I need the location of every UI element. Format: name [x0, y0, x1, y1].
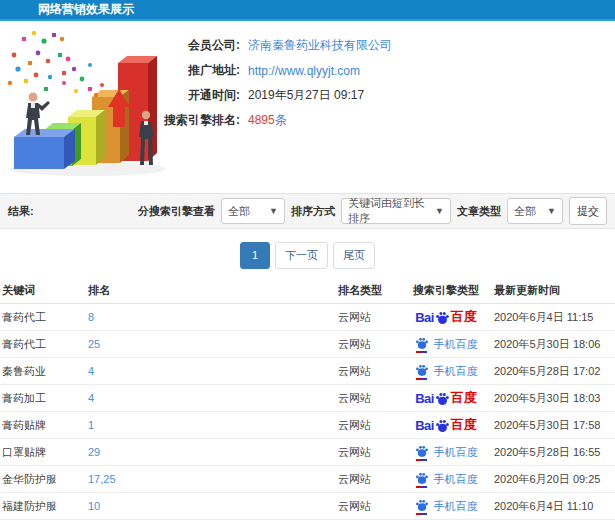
rank-type-cell: 云网站: [338, 337, 398, 352]
article-type-select[interactable]: 全部 ▼: [507, 198, 563, 224]
mobile-baidu-icon: 手机百度: [415, 336, 478, 353]
rank-type-cell: 云网站: [338, 391, 398, 406]
col-keyword: 关键词: [2, 283, 88, 298]
engine-cell: Bai 百度 手机百度: [398, 336, 494, 353]
engine-rank-row: 搜索引擎排名: 4895条: [148, 108, 392, 133]
col-rank: 排名: [88, 283, 338, 298]
updated-cell: 2020年6月20日 09:25: [494, 472, 615, 487]
updated-cell: 2020年5月30日 18:06: [494, 337, 615, 352]
updated-cell: 2020年5月28日 17:02: [494, 364, 615, 379]
open-time-row: 开通时间: 2019年5月27日 09:17: [148, 83, 392, 108]
table-row: 膏药代工 8 云网站 Bai 百度 手机百度 2020年6月4日 11:15: [0, 304, 615, 331]
promo-url-row: 推广地址: http://www.qlyyjt.com: [148, 58, 392, 83]
article-type-label: 文章类型: [457, 204, 501, 219]
updated-cell: 2020年6月4日 11:15: [494, 310, 615, 325]
engine-rank-count: 4895: [248, 113, 275, 127]
table-header-row: 关键词 排名 排名类型 搜索引擎类型 最新更新时间: [0, 277, 615, 304]
engine-rank-unit: 条: [275, 113, 287, 127]
rank-link[interactable]: 4: [88, 392, 338, 404]
rank-type-cell: 云网站: [338, 499, 398, 514]
baidu-logo-icon: Bai 百度: [415, 308, 477, 326]
engine-cell: Bai 百度 手机百度: [398, 389, 494, 407]
page-title-bar: 网络营销效果展示: [0, 0, 615, 21]
col-rank-type: 排名类型: [338, 283, 398, 298]
engine-cell: Bai 百度 手机百度: [398, 471, 494, 488]
page-title: 网络营销效果展示: [38, 2, 134, 16]
rank-type-cell: 云网站: [338, 310, 398, 325]
rank-link[interactable]: 17,25: [88, 473, 338, 485]
mobile-baidu-icon: 手机百度: [415, 363, 478, 380]
engine-view-select[interactable]: 全部 ▼: [221, 198, 285, 224]
rank-link[interactable]: 10: [88, 500, 338, 512]
pagination: 1 下一页 尾页: [0, 241, 615, 269]
keyword-rank-table: 关键词 排名 排名类型 搜索引擎类型 最新更新时间 膏药代工 8 云网站 Bai…: [0, 277, 615, 520]
col-updated: 最新更新时间: [494, 283, 615, 298]
chevron-down-icon: ▼: [435, 206, 444, 216]
chevron-down-icon: ▼: [269, 206, 278, 216]
summary-section: 会员公司: 济南秦鲁药业科技有限公司 推广地址: http://www.qlyy…: [0, 21, 615, 185]
engine-cell: Bai 百度 手机百度: [398, 363, 494, 380]
keyword-cell: 膏药代工: [2, 337, 88, 352]
engine-cell: Bai 百度 手机百度: [398, 416, 494, 434]
keyword-cell: 膏药贴牌: [2, 418, 88, 433]
table-row: 福建防护服 10 云网站 Bai 百度 手机百度 2020年6月4日 11:10: [0, 493, 615, 520]
keyword-cell: 秦鲁药业: [2, 364, 88, 379]
mobile-baidu-icon: 手机百度: [415, 498, 478, 515]
updated-cell: 2020年5月28日 16:55: [494, 445, 615, 460]
rank-type-cell: 云网站: [338, 445, 398, 460]
keyword-cell: 膏药代工: [2, 310, 88, 325]
confetti-dots: [8, 31, 104, 97]
rank-link[interactable]: 1: [88, 419, 338, 431]
sort-selected: 关键词由短到长排序: [348, 196, 429, 226]
keyword-cell: 金华防护服: [2, 472, 88, 487]
engine-cell: Bai 百度 手机百度: [398, 498, 494, 515]
mobile-baidu-icon: 手机百度: [415, 471, 478, 488]
filter-bar: 结果: 分搜索引擎查看 全部 ▼ 排序方式 关键词由短到长排序 ▼ 文章类型 全…: [0, 193, 615, 229]
article-type-selected: 全部: [514, 204, 536, 219]
rank-link[interactable]: 8: [88, 311, 338, 323]
sort-select[interactable]: 关键词由短到长排序 ▼: [341, 198, 451, 224]
next-page-button[interactable]: 下一页: [275, 242, 328, 269]
table-row: 膏药代工 25 云网站 Bai 百度 手机百度 2020年5月30日 18:06: [0, 331, 615, 358]
table-row: 秦鲁药业 4 云网站 Bai 百度 手机百度 2020年5月28日 17:02: [0, 358, 615, 385]
rank-link[interactable]: 29: [88, 446, 338, 458]
mobile-baidu-icon: 手机百度: [415, 444, 478, 461]
baidu-logo-icon: Bai 百度: [415, 416, 477, 434]
submit-button[interactable]: 提交: [569, 197, 607, 225]
company-link[interactable]: 济南秦鲁药业科技有限公司: [248, 37, 392, 54]
rank-link[interactable]: 25: [88, 338, 338, 350]
table-row: 口罩贴牌 29 云网站 Bai 百度 手机百度 2020年5月28日 16:55: [0, 439, 615, 466]
sort-label: 排序方式: [291, 204, 335, 219]
updated-cell: 2020年5月30日 18:03: [494, 391, 615, 406]
open-time-value: 2019年5月27日 09:17: [248, 87, 364, 104]
last-page-button[interactable]: 尾页: [333, 242, 375, 269]
baidu-logo-icon: Bai 百度: [415, 389, 477, 407]
table-row: 膏药加工 4 云网站 Bai 百度 手机百度 2020年5月30日 18:03: [0, 385, 615, 412]
promo-url-link[interactable]: http://www.qlyyjt.com: [248, 64, 360, 78]
keyword-cell: 口罩贴牌: [2, 445, 88, 460]
open-time-label: 开通时间:: [148, 87, 240, 104]
keyword-cell: 膏药加工: [2, 391, 88, 406]
col-engine-type: 搜索引擎类型: [398, 283, 494, 298]
rank-type-cell: 云网站: [338, 364, 398, 379]
table-row: 膏药贴牌 1 云网站 Bai 百度 手机百度 2020年5月30日 17:58: [0, 412, 615, 439]
promo-url-label: 推广地址:: [148, 62, 240, 79]
engine-rank-label: 搜索引擎排名:: [148, 112, 240, 129]
member-info: 会员公司: 济南秦鲁药业科技有限公司 推广地址: http://www.qlyy…: [148, 33, 392, 133]
engine-view-selected: 全部: [228, 204, 250, 219]
result-label: 结果:: [8, 204, 34, 219]
table-row: 金华防护服 17,25 云网站 Bai 百度 手机百度 2020年6月20日 0…: [0, 466, 615, 493]
updated-cell: 2020年6月4日 11:10: [494, 499, 615, 514]
rank-type-cell: 云网站: [338, 472, 398, 487]
keyword-cell: 福建防护服: [2, 499, 88, 514]
engine-cell: Bai 百度 手机百度: [398, 444, 494, 461]
rank-link[interactable]: 4: [88, 365, 338, 377]
company-row: 会员公司: 济南秦鲁药业科技有限公司: [148, 33, 392, 58]
engine-cell: Bai 百度 手机百度: [398, 308, 494, 326]
updated-cell: 2020年5月30日 17:58: [494, 418, 615, 433]
engine-view-label: 分搜索引擎查看: [138, 204, 215, 219]
company-label: 会员公司:: [148, 37, 240, 54]
chevron-down-icon: ▼: [547, 206, 556, 216]
page-1-button[interactable]: 1: [240, 242, 270, 269]
rank-type-cell: 云网站: [338, 418, 398, 433]
